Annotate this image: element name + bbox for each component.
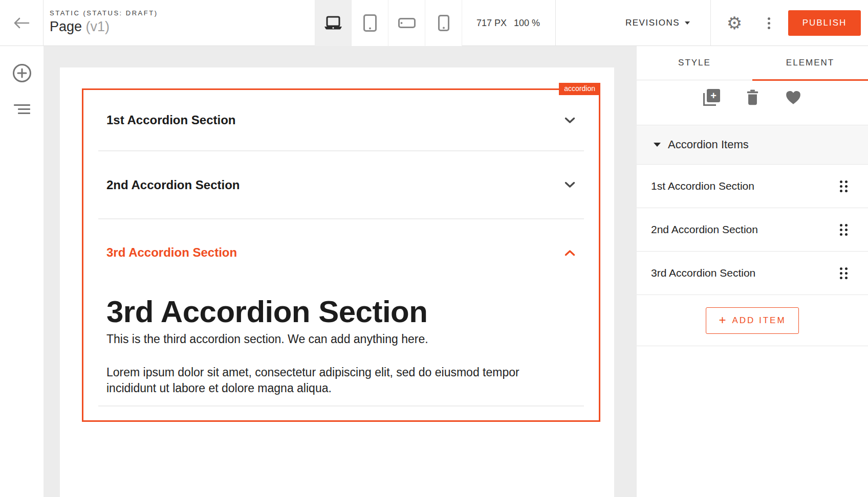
accordion-items-group-toggle[interactable]: Accordion Items [637,125,868,165]
favorite-button[interactable] [785,90,801,105]
add-item-button[interactable]: + ADD ITEM [706,307,799,334]
add-element-button[interactable] [0,55,44,91]
device-tablet-button[interactable] [352,0,388,46]
tab-style[interactable]: STYLE [637,46,752,80]
tablet-landscape-icon [398,18,416,28]
plus-icon: + [719,313,726,327]
add-item-label: ADD ITEM [732,315,786,326]
plus-circle-icon [12,63,32,83]
navigator-lines-icon [14,104,30,114]
chevron-up-icon [565,250,575,256]
item-label: 2nd Accordion Section [651,223,758,236]
drag-handle-icon[interactable] [839,177,849,195]
revisions-label: REVISIONS [625,18,680,28]
selected-element-outline[interactable]: accordion 1st Accordion Section 2nd Acco… [82,88,600,422]
phone-icon [438,15,449,31]
page-navigator-button[interactable] [0,91,44,127]
kebab-menu-icon [768,17,770,20]
device-desktop-button[interactable] [315,0,352,46]
laptop-icon [323,16,343,30]
accordion-section-3-content: 3rd Accordion Section This is the third … [83,297,599,396]
panel-item-3[interactable]: 3rd Accordion Section [637,252,868,295]
duplicate-icon: + [703,89,720,106]
chevron-down-icon [565,117,575,124]
element-type-badge: accordion [559,83,600,95]
caret-down-icon [654,143,661,147]
settings-button[interactable]: ⚙ [724,0,745,46]
duplicate-button[interactable]: + [703,89,720,106]
arrow-left-icon [13,17,30,29]
device-landscape-button[interactable] [388,0,425,46]
add-item-row: + ADD ITEM [637,295,868,346]
accordion-section-1-header[interactable]: 1st Accordion Section [83,90,599,150]
zoom-level-value: 100 % [514,18,540,29]
page-title: Page (v1) [50,19,158,35]
drag-handle-icon[interactable] [839,264,849,282]
delete-button[interactable] [746,89,760,105]
heart-icon [785,90,801,105]
item-label: 1st Accordion Section [651,180,754,192]
toolbar-divider [710,0,711,46]
inspector-tabs: STYLE ELEMENT [637,46,868,80]
revisions-dropdown[interactable]: REVISIONS [612,0,704,46]
top-toolbar: STATIC (STATUS: DRAFT) Page (v1) [0,0,868,46]
element-actions-row: + [637,80,868,114]
chevron-down-icon [565,182,575,188]
drag-handle-icon[interactable] [839,221,849,239]
publish-button[interactable]: PUBLISH [788,10,861,36]
device-phone-button[interactable] [425,0,462,46]
device-preview-switcher [315,0,462,46]
accordion-section-title: 1st Accordion Section [106,113,236,127]
accordion-section-title: 2nd Accordion Section [106,178,240,192]
tab-element[interactable]: ELEMENT [752,46,868,80]
toolbar-divider [555,0,556,46]
gear-icon: ⚙ [727,14,742,32]
trash-icon [746,89,760,105]
divider [98,405,584,406]
content-heading: 3rd Accordion Section [106,297,575,327]
left-sidebar [0,46,44,497]
accordion-section-title-active: 3rd Accordion Section [106,245,237,260]
content-intro-paragraph: This is the third accordion section. We … [106,331,575,347]
panel-item-2[interactable]: 2nd Accordion Section [637,208,868,252]
panel-item-1[interactable]: 1st Accordion Section [637,165,868,208]
back-button[interactable] [0,0,44,46]
page-title-block: STATIC (STATUS: DRAFT) Page (v1) [50,9,158,35]
item-label: 3rd Accordion Section [651,267,755,279]
page-status-label: STATIC (STATUS: DRAFT) [50,9,158,17]
inspector-panel: STYLE ELEMENT + Accordion Items 1st A [637,46,868,497]
accordion-section-2-header[interactable]: 2nd Accordion Section [83,151,599,218]
page-preview[interactable]: accordion 1st Accordion Section 2nd Acco… [60,67,614,497]
editor-canvas: accordion 1st Accordion Section 2nd Acco… [44,46,637,497]
group-label: Accordion Items [668,138,749,151]
content-body-paragraph: Lorem ipsum dolor sit amet, consectetur … [106,365,541,396]
viewport-size-indicator: 717 PX 100 % [470,0,547,46]
more-options-button[interactable] [761,0,776,46]
page-version: (v1) [86,19,110,34]
viewport-width-value: 717 PX [476,18,507,29]
tablet-portrait-icon [363,14,377,32]
accordion-section-3-header[interactable]: 3rd Accordion Section [83,219,599,286]
chevron-down-icon [685,21,690,25]
